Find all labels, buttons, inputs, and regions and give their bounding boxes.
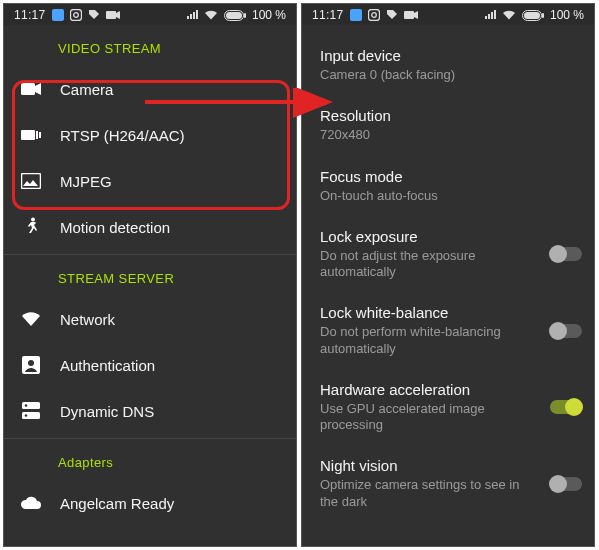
tag-icon bbox=[386, 9, 398, 21]
svg-rect-19 bbox=[350, 9, 362, 21]
wifi-icon bbox=[204, 10, 218, 20]
item-network[interactable]: Network bbox=[4, 296, 296, 342]
battery-icon bbox=[224, 10, 246, 21]
setting-title: Night vision bbox=[320, 457, 534, 474]
setting-input-device[interactable]: Input device Camera 0 (back facing) bbox=[302, 35, 594, 95]
svg-rect-0 bbox=[52, 9, 64, 21]
item-label: Angelcam Ready bbox=[60, 495, 174, 512]
toggle-switch[interactable] bbox=[550, 247, 582, 261]
section-adapters: Adapters bbox=[4, 443, 296, 480]
status-bar: 11:17 100 % bbox=[302, 4, 594, 25]
svg-rect-10 bbox=[39, 132, 41, 138]
setting-subtitle: 720x480 bbox=[320, 127, 534, 143]
svg-point-2 bbox=[73, 13, 78, 18]
item-dynamic-dns[interactable]: Dynamic DNS bbox=[4, 388, 296, 434]
divider bbox=[4, 438, 296, 439]
battery-percent: 100 % bbox=[252, 8, 286, 22]
phone-left: 11:17 100 % VIDEO STREAM Camera bbox=[3, 3, 297, 547]
section-video-stream: VIDEO STREAM bbox=[4, 25, 296, 66]
setting-title: Input device bbox=[320, 47, 534, 64]
setting-title: Hardware acceleration bbox=[320, 381, 534, 398]
camera-icon bbox=[106, 10, 120, 20]
image-icon bbox=[20, 173, 42, 189]
battery-percent: 100 % bbox=[550, 8, 584, 22]
svg-rect-11 bbox=[22, 174, 41, 189]
clock: 11:17 bbox=[14, 8, 46, 22]
svg-rect-24 bbox=[524, 12, 540, 19]
svg-rect-7 bbox=[21, 83, 35, 95]
run-icon bbox=[20, 217, 42, 237]
svg-point-21 bbox=[371, 13, 376, 18]
svg-point-14 bbox=[28, 360, 34, 366]
wifi-icon bbox=[20, 311, 42, 327]
setting-subtitle: Camera 0 (back facing) bbox=[320, 67, 534, 83]
svg-rect-9 bbox=[36, 131, 38, 139]
svg-rect-5 bbox=[226, 12, 242, 19]
stream-icon bbox=[20, 128, 42, 142]
signal-icon bbox=[186, 10, 198, 20]
item-label: Motion detection bbox=[60, 219, 170, 236]
setting-subtitle: On-touch auto-focus bbox=[320, 188, 534, 204]
setting-title: Focus mode bbox=[320, 168, 534, 185]
wifi-icon bbox=[502, 10, 516, 20]
toggle-switch[interactable] bbox=[550, 400, 582, 414]
item-label: MJPEG bbox=[60, 173, 112, 190]
item-authentication[interactable]: Authentication bbox=[4, 342, 296, 388]
setting-lock-white-balance[interactable]: Lock white-balance Do not perform white-… bbox=[302, 292, 594, 369]
signal-icon bbox=[484, 10, 496, 20]
status-bar: 11:17 100 % bbox=[4, 4, 296, 25]
svg-point-18 bbox=[25, 414, 28, 417]
instagram-icon bbox=[70, 9, 82, 21]
item-label: Camera bbox=[60, 81, 113, 98]
svg-rect-6 bbox=[244, 13, 246, 18]
setting-title: Resolution bbox=[320, 107, 534, 124]
setting-lock-exposure[interactable]: Lock exposure Do not adjust the exposure… bbox=[302, 216, 594, 293]
item-camera[interactable]: Camera bbox=[4, 66, 296, 112]
svg-rect-8 bbox=[21, 130, 35, 140]
svg-point-12 bbox=[31, 218, 35, 222]
item-angelcam[interactable]: Angelcam Ready bbox=[4, 480, 296, 526]
svg-rect-22 bbox=[404, 11, 414, 19]
setting-night-vision[interactable]: Night vision Optimize camera settings to… bbox=[302, 445, 594, 522]
item-motion-detection[interactable]: Motion detection bbox=[4, 204, 296, 250]
app-icon bbox=[52, 9, 64, 21]
account-box-icon bbox=[20, 356, 42, 374]
item-label: Network bbox=[60, 311, 115, 328]
setting-title: Lock exposure bbox=[320, 228, 534, 245]
videocam-icon bbox=[20, 82, 42, 96]
app-icon bbox=[350, 9, 362, 21]
phone-right: 11:17 100 % Input device Camera 0 (back … bbox=[301, 3, 595, 547]
setting-focus-mode[interactable]: Focus mode On-touch auto-focus bbox=[302, 156, 594, 216]
svg-rect-20 bbox=[368, 10, 379, 21]
item-label: RTSP (H264/AAC) bbox=[60, 127, 185, 144]
dns-icon bbox=[20, 402, 42, 420]
clock: 11:17 bbox=[312, 8, 344, 22]
item-rtsp[interactable]: RTSP (H264/AAC) bbox=[4, 112, 296, 158]
tag-icon bbox=[88, 9, 100, 21]
setting-subtitle: Optimize camera settings to see in the d… bbox=[320, 477, 534, 510]
divider bbox=[4, 254, 296, 255]
svg-rect-25 bbox=[542, 13, 544, 18]
svg-rect-3 bbox=[106, 11, 116, 19]
item-label: Dynamic DNS bbox=[60, 403, 154, 420]
setting-subtitle: Use GPU accelerated image processing bbox=[320, 401, 534, 434]
setting-subtitle: Do not perform white-balancing automatic… bbox=[320, 324, 534, 357]
toggle-switch[interactable] bbox=[550, 324, 582, 338]
setting-resolution[interactable]: Resolution 720x480 bbox=[302, 95, 594, 155]
cloud-icon bbox=[20, 496, 42, 510]
svg-rect-1 bbox=[70, 10, 81, 21]
svg-point-17 bbox=[25, 404, 28, 407]
item-mjpeg[interactable]: MJPEG bbox=[4, 158, 296, 204]
setting-title: Lock white-balance bbox=[320, 304, 534, 321]
setting-hardware-acceleration[interactable]: Hardware acceleration Use GPU accelerate… bbox=[302, 369, 594, 446]
battery-icon bbox=[522, 10, 544, 21]
instagram-icon bbox=[368, 9, 380, 21]
camera-icon bbox=[404, 10, 418, 20]
section-stream-server: STREAM SERVER bbox=[4, 259, 296, 296]
item-label: Authentication bbox=[60, 357, 155, 374]
setting-subtitle: Do not adjust the exposure automatically bbox=[320, 248, 534, 281]
toggle-switch[interactable] bbox=[550, 477, 582, 491]
